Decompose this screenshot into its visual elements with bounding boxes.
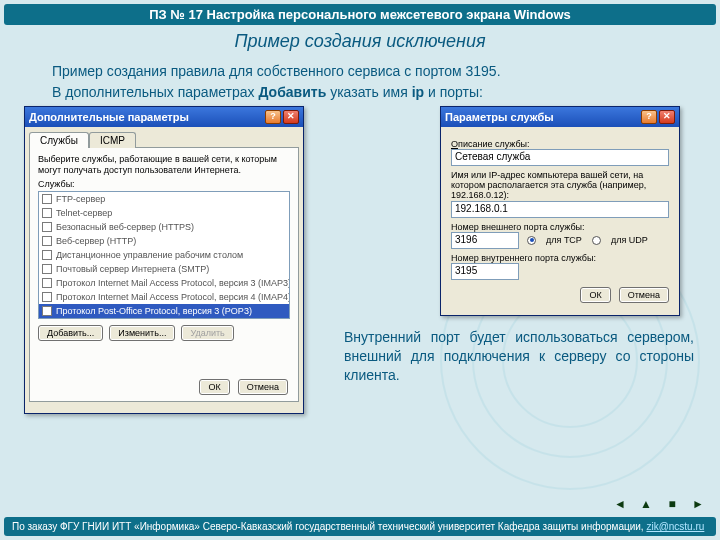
intro-2a: В дополнительных параметрах	[52, 84, 258, 100]
checkbox-icon[interactable]	[42, 264, 52, 274]
nav-next-icon[interactable]: ►	[688, 496, 708, 512]
list-item-label: Протокол Post-Office Protocol, версия 3 …	[56, 306, 252, 316]
list-item-label: Почтовый сервер Интернета (SMTP)	[56, 264, 209, 274]
intro-2b: Добавить	[258, 84, 326, 100]
page-title: ПЗ № 17 Настройка персонального межсетев…	[149, 7, 570, 22]
list-item-label: FTP-сервер	[56, 194, 105, 204]
list-label: Службы:	[38, 179, 290, 189]
tab-services-label: Службы	[40, 135, 78, 146]
checkbox-icon[interactable]	[42, 250, 52, 260]
int-port-value: 3195	[455, 265, 477, 276]
cancel-label: Отмена	[247, 382, 279, 392]
radio-tcp-label: для TCP	[546, 235, 582, 245]
list-item-label: Telnet-сервер	[56, 208, 112, 218]
help-icon[interactable]: ?	[641, 110, 657, 124]
checkbox-icon[interactable]	[42, 306, 52, 316]
ok-label: ОК	[208, 382, 220, 392]
list-item[interactable]: Telnet-сервер	[39, 206, 289, 220]
tab-icmp-label: ICMP	[100, 135, 125, 146]
delete-button-label: Удалить	[190, 328, 224, 338]
nav-up-icon[interactable]: ▲	[636, 496, 656, 512]
tab-services[interactable]: Службы	[29, 132, 89, 148]
nav-home-icon[interactable]: ■	[662, 496, 682, 512]
service-params-dialog: Параметры службы ? ✕ Описание службы: Се…	[440, 106, 680, 316]
cancel-button[interactable]: Отмена	[619, 287, 669, 303]
dialog-title: Параметры службы	[445, 111, 554, 123]
list-item-label: Протокол Internet Mail Access Protocol, …	[56, 278, 290, 288]
close-icon[interactable]: ✕	[283, 110, 299, 124]
footer-mail-link[interactable]: zik@ncstu.ru	[646, 521, 704, 532]
ext-port-input[interactable]: 3196	[451, 232, 519, 249]
int-port-input[interactable]: 3195	[451, 263, 519, 280]
delete-button[interactable]: Удалить	[181, 325, 233, 341]
list-item[interactable]: Протокол Internet Mail Access Protocol, …	[39, 276, 289, 290]
list-item-label: Дистанционное управление рабочим столом	[56, 250, 243, 260]
intro-line1: Пример создания правила для собственного…	[52, 63, 501, 79]
desc-label: Описание службы:	[451, 139, 669, 149]
edit-button-label: Изменить...	[118, 328, 166, 338]
footer: По заказу ФГУ ГНИИ ИТТ «Информика» Север…	[4, 517, 716, 536]
list-item[interactable]: Почтовый сервер Интернета (SMTP)	[39, 262, 289, 276]
help-icon[interactable]: ?	[265, 110, 281, 124]
cancel-button[interactable]: Отмена	[238, 379, 288, 395]
explanation-note: Внутренний порт будет использоваться сер…	[344, 328, 694, 385]
page-title-bar: ПЗ № 17 Настройка персонального межсетев…	[4, 4, 716, 25]
int-port-label: Номер внутреннего порта службы:	[451, 253, 669, 263]
intro-text: Пример создания правила для собственного…	[0, 62, 720, 102]
list-item-label: Веб-сервер (HTTP)	[56, 236, 136, 246]
host-input[interactable]: 192.168.0.1	[451, 201, 669, 218]
close-icon[interactable]: ✕	[659, 110, 675, 124]
radio-udp-label: для UDP	[611, 235, 648, 245]
slide-nav: ◄ ▲ ■ ►	[608, 496, 708, 512]
advanced-settings-dialog: Дополнительные параметры ? ✕ Службы ICMP…	[24, 106, 304, 414]
radio-udp[interactable]	[592, 236, 601, 245]
ok-label: ОК	[589, 290, 601, 300]
checkbox-icon[interactable]	[42, 292, 52, 302]
dialog-title: Дополнительные параметры	[29, 111, 189, 123]
list-item-label: Безопасный веб-сервер (HTTPS)	[56, 222, 194, 232]
services-listbox[interactable]: FTP-сервер Telnet-сервер Безопасный веб-…	[38, 191, 290, 319]
list-item[interactable]: FTP-сервер	[39, 192, 289, 206]
tab-icmp[interactable]: ICMP	[89, 132, 136, 148]
checkbox-icon[interactable]	[42, 194, 52, 204]
tabs: Службы ICMP	[29, 131, 299, 148]
checkbox-icon[interactable]	[42, 222, 52, 232]
ok-button[interactable]: ОК	[199, 379, 229, 395]
panel-hint: Выберите службы, работающие в вашей сети…	[38, 154, 290, 176]
checkbox-icon[interactable]	[42, 278, 52, 288]
list-item[interactable]: Дистанционное управление рабочим столом	[39, 248, 289, 262]
footer-text: По заказу ФГУ ГНИИ ИТТ «Информика» Север…	[12, 521, 646, 532]
checkbox-icon[interactable]	[42, 236, 52, 246]
subtitle: Пример создания исключения	[0, 31, 720, 52]
edit-button[interactable]: Изменить...	[109, 325, 175, 341]
intro-2c: указать имя	[326, 84, 411, 100]
services-panel: Выберите службы, работающие в вашей сети…	[29, 148, 299, 402]
host-label: Имя или IP-адрес компьютера вашей сети, …	[451, 170, 669, 201]
list-item[interactable]: Безопасный веб-сервер (HTTPS)	[39, 220, 289, 234]
add-button[interactable]: Добавить...	[38, 325, 103, 341]
list-item-selected[interactable]: Протокол Post-Office Protocol, версия 3 …	[39, 304, 289, 318]
host-value: 192.168.0.1	[455, 203, 508, 214]
list-item-label: Протокол Internet Mail Access Protocol, …	[56, 292, 290, 302]
ok-button[interactable]: ОК	[580, 287, 610, 303]
checkbox-icon[interactable]	[42, 208, 52, 218]
intro-2e: и порты:	[424, 84, 483, 100]
add-button-label: Добавить...	[47, 328, 94, 338]
list-item[interactable]: Протокол Internet Mail Access Protocol, …	[39, 290, 289, 304]
nav-prev-icon[interactable]: ◄	[610, 496, 630, 512]
list-item[interactable]: Веб-сервер (HTTP)	[39, 234, 289, 248]
intro-2d: ip	[412, 84, 424, 100]
radio-tcp[interactable]	[527, 236, 536, 245]
dialog-titlebar: Параметры службы ? ✕	[441, 107, 679, 127]
desc-value: Сетевая служба	[455, 151, 530, 162]
desc-input[interactable]: Сетевая служба	[451, 149, 669, 166]
dialog-titlebar: Дополнительные параметры ? ✕	[25, 107, 303, 127]
ext-port-value: 3196	[455, 234, 477, 245]
cancel-label: Отмена	[628, 290, 660, 300]
ext-port-label: Номер внешнего порта службы:	[451, 222, 669, 232]
